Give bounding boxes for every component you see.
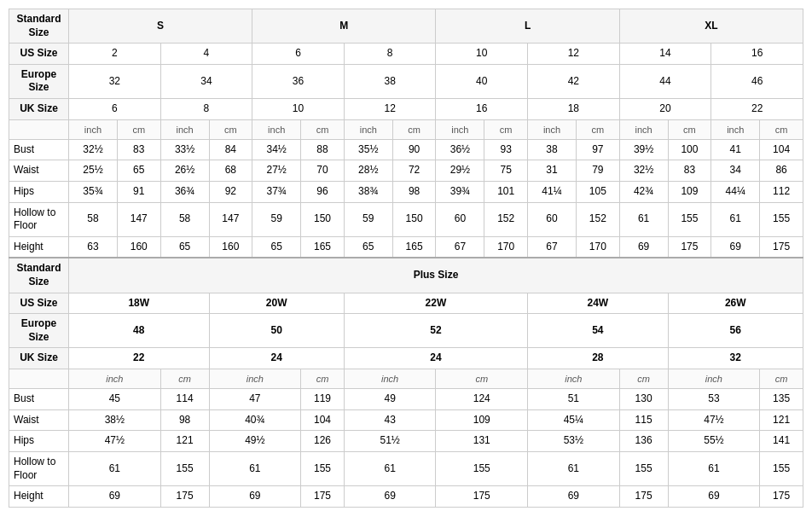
height-m8-inch: 65 xyxy=(344,236,392,258)
hips-l10-cm: 101 xyxy=(484,182,528,203)
plus-height-22w-cm: 175 xyxy=(436,486,528,508)
hollow-l10-cm: 152 xyxy=(484,202,528,236)
hips-xl16-cm: 112 xyxy=(760,182,803,203)
plus-europe-row: Europe Size 48 50 52 54 56 xyxy=(9,314,803,348)
plus-20w: 20W xyxy=(209,293,344,314)
hips-m8-cm: 98 xyxy=(392,182,436,203)
plus-units-row: inch cm inch cm inch cm inch cm inch cm xyxy=(9,369,803,388)
plus-hips-20w-cm: 126 xyxy=(301,431,345,452)
hips-s4-inch: 36¾ xyxy=(160,182,209,203)
standard-height-row: Height 63 160 65 160 65 165 65 165 67 17… xyxy=(9,236,803,258)
plus-hips-22w-inch: 51½ xyxy=(344,431,436,452)
plus-unit-inch-3: inch xyxy=(344,369,436,388)
plus-hips-26w-cm: 141 xyxy=(760,431,803,452)
plus-unit-empty xyxy=(9,369,69,388)
height-xl16-inch: 69 xyxy=(711,236,760,258)
plus-uk-row: UK Size 22 24 24 28 32 xyxy=(9,348,803,369)
hips-xl14-cm: 109 xyxy=(668,182,711,203)
plus-hips-24w-inch: 53½ xyxy=(528,431,620,452)
waist-m8-cm: 72 xyxy=(392,160,436,182)
hips-m6-inch: 37¾ xyxy=(252,182,301,203)
unit-cm-1: cm xyxy=(117,119,160,139)
uk-12: 12 xyxy=(344,98,436,119)
bust-m6-inch: 34½ xyxy=(252,139,301,160)
waist-l10-cm: 75 xyxy=(484,160,528,182)
waist-s4-inch: 26½ xyxy=(160,160,209,182)
plus-unit-inch-1: inch xyxy=(69,369,161,388)
uk-size-label: UK Size xyxy=(9,98,69,119)
plus-height-20w-cm: 175 xyxy=(301,486,345,508)
plus-height-20w-inch: 69 xyxy=(209,486,301,508)
plus-waist-20w-inch: 40¾ xyxy=(209,409,301,431)
bust-s4-inch: 33½ xyxy=(160,139,209,160)
plus-unit-cm-1: cm xyxy=(160,369,209,388)
standard-size-label: StandardSize xyxy=(9,9,69,44)
bust-label: Bust xyxy=(9,139,69,160)
uk-10: 10 xyxy=(252,98,345,119)
unit-cm-3: cm xyxy=(301,119,345,139)
us-size-row: US Size 2 4 6 8 10 12 14 16 xyxy=(9,44,803,65)
waist-s2-inch: 25½ xyxy=(69,160,118,182)
plus-us-size-label: US Size xyxy=(9,293,69,314)
plus-22w: 22W xyxy=(344,293,527,314)
unit-empty xyxy=(9,119,69,139)
hollow-l12-cm: 152 xyxy=(576,202,619,236)
eu-40: 40 xyxy=(436,64,528,98)
unit-cm-5: cm xyxy=(484,119,528,139)
plus-uk-28: 28 xyxy=(528,348,669,369)
uk-20: 20 xyxy=(619,98,711,119)
plus-waist-26w-inch: 47½ xyxy=(668,409,760,431)
hips-m6-cm: 96 xyxy=(301,182,345,203)
eu-44: 44 xyxy=(619,64,711,98)
plus-hollow-22w-inch: 61 xyxy=(344,452,436,486)
hollow-xl16-cm: 155 xyxy=(760,202,803,236)
plus-uk-22: 22 xyxy=(69,348,210,369)
plus-hollow-26w-inch: 61 xyxy=(668,452,760,486)
plus-bust-20w-inch: 47 xyxy=(209,389,301,410)
plus-uk-24a: 24 xyxy=(209,348,344,369)
hollow-s4-inch: 58 xyxy=(160,202,209,236)
hips-l10-inch: 39¾ xyxy=(436,182,484,203)
europe-size-label: Europe Size xyxy=(9,64,69,98)
plus-bust-18w-inch: 45 xyxy=(69,389,161,410)
hips-xl16-inch: 44¼ xyxy=(711,182,760,203)
eu-38: 38 xyxy=(344,64,436,98)
hollow-xl14-inch: 61 xyxy=(619,202,668,236)
plus-bust-26w-inch: 53 xyxy=(668,389,760,410)
plus-bust-22w-cm: 124 xyxy=(436,389,528,410)
plus-eu-48: 48 xyxy=(69,314,210,348)
unit-inch-6: inch xyxy=(528,119,577,139)
unit-inch-1: inch xyxy=(69,119,118,139)
plus-waist-18w-inch: 38½ xyxy=(69,409,161,431)
europe-size-row: Europe Size 32 34 36 38 40 42 44 46 xyxy=(9,64,803,98)
waist-label: Waist xyxy=(9,160,69,182)
waist-l10-inch: 29½ xyxy=(436,160,484,182)
unit-cm-2: cm xyxy=(209,119,252,139)
plus-hips-20w-inch: 49½ xyxy=(209,431,301,452)
plus-us-size-row: US Size 18W 20W 22W 24W 26W xyxy=(9,293,803,314)
plus-unit-cm-5: cm xyxy=(760,369,803,388)
bust-xl14-cm: 100 xyxy=(668,139,711,160)
plus-bust-20w-cm: 119 xyxy=(301,389,345,410)
standard-bust-row: Bust 32½ 83 33½ 84 34½ 88 35½ 90 36½ 93 … xyxy=(9,139,803,160)
bust-s2-inch: 32½ xyxy=(69,139,118,160)
bust-m8-cm: 90 xyxy=(392,139,436,160)
hollow-m6-cm: 150 xyxy=(301,202,345,236)
plus-uk-32: 32 xyxy=(668,348,803,369)
unit-inch-2: inch xyxy=(160,119,209,139)
plus-eu-50: 50 xyxy=(209,314,344,348)
height-m6-cm: 165 xyxy=(301,236,345,258)
plus-hips-24w-cm: 136 xyxy=(619,431,668,452)
plus-bust-26w-cm: 135 xyxy=(760,389,803,410)
hollow-m8-inch: 59 xyxy=(344,202,392,236)
plus-hips-label: Hips xyxy=(9,431,69,452)
height-xl14-cm: 175 xyxy=(668,236,711,258)
plus-unit-cm-3: cm xyxy=(436,369,528,388)
height-l10-cm: 170 xyxy=(484,236,528,258)
bust-l12-inch: 38 xyxy=(528,139,577,160)
uk-6: 6 xyxy=(69,98,161,119)
plus-26w: 26W xyxy=(668,293,803,314)
plus-size-section-label: Plus Size xyxy=(69,258,803,293)
plus-hollow-18w-inch: 61 xyxy=(69,452,161,486)
hips-s4-cm: 92 xyxy=(209,182,252,203)
